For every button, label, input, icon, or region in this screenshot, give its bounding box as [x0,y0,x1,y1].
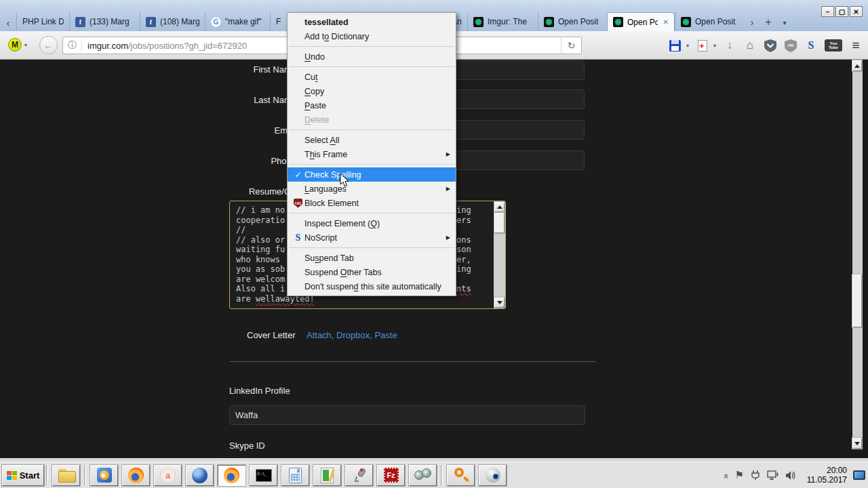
menu-item-select-all[interactable]: Select All [288,133,456,147]
start-label: Start [20,470,40,481]
page-scrollbar[interactable] [852,60,863,449]
resume-label: Resume/CV [229,186,296,197]
menu-item-noscript[interactable]: SNoScript▶ [288,230,456,245]
first-name-label: First Name [229,64,296,75]
minimize-button[interactable]: – [821,6,834,17]
tray-expand-icon[interactable]: « [722,473,732,476]
power-plug-icon[interactable] [750,470,761,481]
facebook-icon: f [75,17,85,27]
taskbar: Start ▶ a C:\_ Fz « ⚑ 20:00 11.05.2017 [0,462,868,488]
taskbar-media-player-button[interactable]: ▶ [90,465,118,486]
menu-item-languages[interactable]: Languages▶ [288,182,456,196]
cover-letter-links[interactable]: Attach, Dropbox, Paste [307,330,397,340]
tab-close-icon[interactable]: ✕ [663,18,669,26]
tab-facebook-108[interactable]: f (108) Marg [140,12,205,31]
reload-icon[interactable]: ↻ [561,37,581,54]
menu-item-suggestion[interactable]: tessellated [288,15,456,29]
menu-item-suspend-other-tabs[interactable]: Suspend Other Tabs [288,265,456,279]
save-caret-icon[interactable]: ▾ [686,43,689,49]
new-tab-button[interactable]: + [760,14,776,31]
menu-item-block-element[interactable]: UOBlock Element [288,196,456,210]
menu-item-dont-suspend-site[interactable]: Don't suspend this site automatically [288,279,456,293]
extension-m-icon[interactable]: M [8,38,22,52]
menu-item-paste[interactable]: Paste [288,98,456,113]
show-desktop-icon[interactable] [853,470,865,480]
noscript-toolbar-icon[interactable]: S [804,36,818,55]
menu-item-suspend-tab[interactable]: Suspend Tab [288,251,456,265]
explorer-icon [58,469,75,481]
menu-separator [289,66,454,67]
taskbar-explorer-button[interactable] [52,465,80,486]
imgur-icon [681,17,691,27]
taskbar-firefox-active-button[interactable] [218,465,245,486]
add-page-icon[interactable] [696,36,709,55]
linkedin-input[interactable]: Waffa [229,405,585,425]
close-button[interactable]: ✕ [850,6,863,17]
taskbar-viewer-button[interactable] [409,465,437,486]
network-icon[interactable] [767,470,779,481]
menu-separator [289,46,454,47]
taskbar-seamonkey-button[interactable] [186,465,214,486]
clock-date: 11.05.2017 [807,475,847,485]
menu-item-this-frame[interactable]: This Frame▶ [288,147,456,161]
menu-item-delete: Delete [288,113,456,127]
page-scroll-down-icon[interactable] [852,438,862,449]
downloads-icon[interactable]: ↓ [723,36,736,55]
taskbar-firefox-button[interactable] [122,465,150,486]
linkedin-label: LinkedIn Profile [229,386,290,396]
textarea-scroll-up-icon[interactable] [494,202,505,212]
tab-scroll-right-icon[interactable]: › [744,14,760,31]
site-info-icon[interactable]: ⓘ [63,39,82,52]
noscript-icon: S [296,232,301,243]
start-button[interactable]: Start [2,465,44,486]
taskbar-calculator-button[interactable] [281,465,309,486]
tab-imgur-home[interactable]: Imgur: The [467,12,538,31]
aimp-icon: a [160,468,176,483]
taskbar-filezilla-button[interactable]: Fz [377,465,405,486]
tab-make-gif[interactable]: G "make gif" [205,12,270,31]
taskbar-eye-button[interactable] [479,465,507,486]
textarea-scrollbar-thumb[interactable] [494,213,505,233]
extension-caret-icon[interactable]: ▾ [24,42,27,48]
tab-label: PHP Link D [22,17,64,26]
taskbar-separator [441,465,443,485]
tab-label: Open Posit [695,17,738,26]
taskbar-microphone-button[interactable] [345,465,373,486]
tab-php-link[interactable]: PHP Link D [16,12,69,31]
hamburger-menu-icon[interactable]: ≡ [849,36,863,55]
volume-icon[interactable] [785,470,797,481]
maximize-button[interactable]: ▢ [835,6,848,17]
adblock-shield-icon[interactable] [764,36,777,55]
media-player-icon: ▶ [97,468,112,483]
tab-scroll-left-icon[interactable]: ‹ [0,14,16,31]
taskbar-aimp-button[interactable]: a [154,465,182,486]
tab-facebook-133[interactable]: f (133) Marg [69,12,140,31]
tray-clock[interactable]: 20:00 11.05.2017 [803,466,847,485]
back-button[interactable]: ← [39,36,58,54]
page-scroll-up-icon[interactable] [852,60,862,71]
save-page-icon[interactable] [669,36,682,55]
check-icon: ✓ [292,170,304,180]
menu-item-inspect-element[interactable]: Inspect Element (Q) [288,216,456,230]
taskbar-separator [46,465,48,485]
menu-item-check-spelling[interactable]: ✓Check Spelling [288,167,456,182]
menu-item-cut[interactable]: Cut [288,70,456,84]
taskbar-cmd-button[interactable]: C:\_ [250,465,277,486]
menu-item-add-to-dictionary[interactable]: Add to Dictionary [288,29,456,43]
tab-open-positions-active[interactable]: Open Po ✕ [607,12,675,31]
home-icon[interactable]: ⌂ [743,36,757,55]
action-center-flag-icon[interactable]: ⚑ [734,469,743,481]
taskbar-notepad-button[interactable] [313,465,341,486]
list-all-tabs-icon[interactable]: ▾ [776,14,793,31]
menu-item-undo[interactable]: Undo [288,49,456,64]
menu-item-copy[interactable]: Copy [288,84,456,98]
tab-open-positions-1[interactable]: Open Posit [538,12,607,31]
ublock-toolbar-icon[interactable]: UO [784,36,797,55]
page-scrollbar-thumb[interactable] [852,274,862,327]
youtube-icon[interactable]: YouTube [825,36,842,55]
toolbar-icons: ▾ ▾ ↓ ⌂ UO S YouTube ≡ [669,35,863,56]
tab-open-positions-2[interactable]: Open Posit [675,12,744,31]
taskbar-search-button[interactable] [447,465,475,486]
add-page-caret-icon[interactable]: ▾ [713,43,716,49]
svg-text:UO: UO [788,43,794,47]
